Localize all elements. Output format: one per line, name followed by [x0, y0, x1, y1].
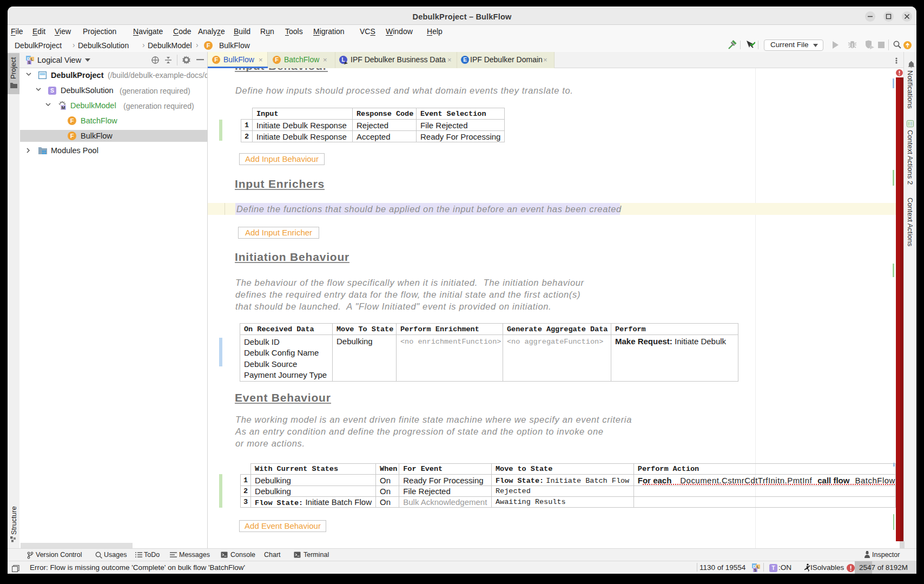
svg-text:M: M — [61, 105, 65, 110]
svg-text:S: S — [754, 568, 757, 572]
svg-text:S: S — [28, 61, 31, 64]
